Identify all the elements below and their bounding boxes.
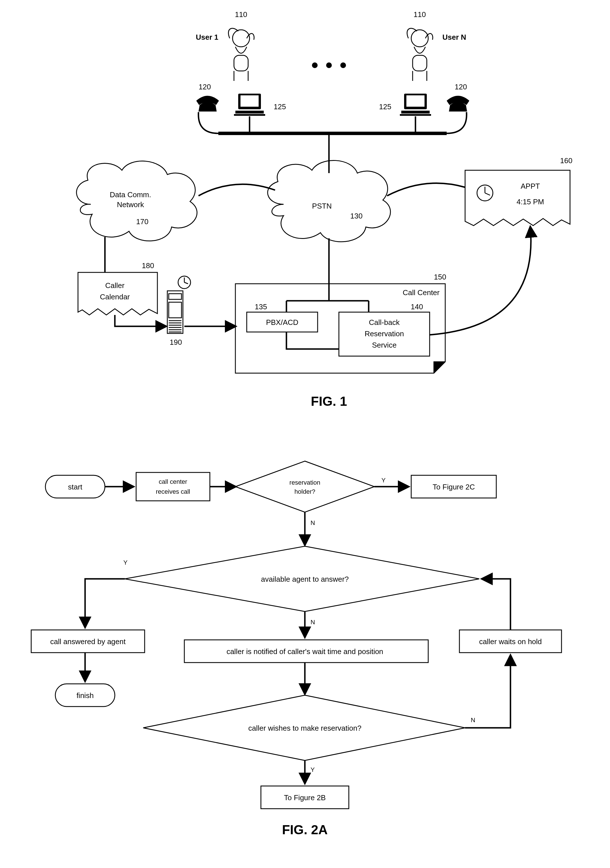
dcn-cloud: Data Comm. Network 170 <box>77 161 197 241</box>
start-label: start <box>68 483 82 491</box>
phone-left-ref: 120 <box>198 82 211 91</box>
svg-point-4 <box>312 62 317 68</box>
patent-figures: 110 User 1 110 User N 120 120 125 <box>0 0 610 868</box>
svg-text:reservation: reservation <box>290 479 320 486</box>
svg-text:receives call: receives call <box>156 488 190 495</box>
appt-label: APPT <box>521 182 540 191</box>
figure-1: 110 User 1 110 User N 120 120 125 <box>77 10 573 409</box>
cbres-ref: 140 <box>411 302 423 311</box>
dcn-label1: Data Comm. <box>110 191 151 199</box>
dec-agent-n: N <box>311 618 315 626</box>
server: 190 <box>167 276 190 346</box>
call-center-label: Call Center <box>403 288 440 297</box>
svg-rect-9 <box>235 111 264 113</box>
calendar-ref: 180 <box>142 261 154 270</box>
step-notified-label: caller is notified of caller's wait time… <box>227 647 383 656</box>
fig1-caption: FIG. 1 <box>311 394 347 409</box>
appt-note: APPT 4:15 PM 160 <box>465 157 572 226</box>
phone-left: 120 <box>196 82 219 112</box>
pbx-label: PBX/ACD <box>266 318 298 327</box>
server-ref: 190 <box>170 338 182 346</box>
cbres-label3: Service <box>372 341 397 349</box>
calendar-label2: Calendar <box>100 293 130 301</box>
dec-wish: caller wishes to make reservation? <box>143 695 465 761</box>
user-n: 110 User N <box>407 10 466 81</box>
dec-wish-label: caller wishes to make reservation? <box>248 724 362 732</box>
phone-right: 120 <box>447 82 469 112</box>
ellipsis-dots <box>312 62 346 68</box>
svg-rect-1 <box>234 55 248 71</box>
svg-rect-27 <box>169 302 181 318</box>
svg-rect-10 <box>234 114 265 116</box>
svg-rect-8 <box>240 95 259 107</box>
cbres-label2: Reservation <box>365 329 404 338</box>
dec-wish-n: N <box>471 716 475 724</box>
svg-rect-40 <box>136 473 210 501</box>
svg-point-5 <box>326 62 332 68</box>
to-fig2c-label: To Figure 2C <box>433 483 475 491</box>
to-fig2b-label: To Figure 2B <box>284 794 325 802</box>
pc-left-ref: 125 <box>274 102 286 111</box>
figure-2a: start call center call center receives c… <box>31 461 562 837</box>
dec-agent-label: available agent to answer? <box>261 575 348 583</box>
pc-right: 125 <box>379 94 431 116</box>
call-center-ref: 150 <box>434 273 446 281</box>
step-hold-label: caller waits on hold <box>479 637 542 646</box>
svg-line-19 <box>485 193 490 195</box>
svg-rect-13 <box>401 111 430 113</box>
svg-text:call center: call center <box>159 478 187 485</box>
dec-reservation: reservation holder? reservation holder? <box>235 461 374 512</box>
dec-agent: available agent to answer? <box>125 546 479 611</box>
dec-reservation-y: Y <box>381 477 386 484</box>
fig2a-caption: FIG. 2A <box>282 822 328 837</box>
svg-marker-44 <box>235 461 374 512</box>
svg-rect-12 <box>406 95 424 107</box>
step-answered-label: call answered by agent <box>50 637 126 646</box>
pbx-ref: 135 <box>255 302 267 311</box>
cbres-label1: Call-back <box>369 318 400 327</box>
pstn-ref: 130 <box>350 212 362 220</box>
dcn-label2: Network <box>117 200 144 209</box>
svg-rect-3 <box>413 55 427 71</box>
step-receive: call center call center receives call re… <box>136 473 210 501</box>
dec-wish-y: Y <box>311 766 315 773</box>
start-terminator: start <box>45 475 105 498</box>
caller-calendar: Caller Calendar 180 <box>78 261 157 315</box>
dec-reservation-n: N <box>311 519 315 526</box>
calendar-label1: Caller <box>105 281 124 290</box>
call-center: Call Center 150 PBX/ACD 135 Call-back Re… <box>235 273 446 373</box>
svg-rect-14 <box>400 114 431 116</box>
user-n-label: User N <box>443 33 466 42</box>
phone-right-ref: 120 <box>455 82 467 91</box>
svg-point-6 <box>340 62 346 68</box>
svg-line-24 <box>184 282 188 284</box>
finish-label: finish <box>77 691 94 700</box>
user-1-label: User 1 <box>196 33 219 42</box>
user-1: 110 User 1 <box>196 10 254 81</box>
appt-time: 4:15 PM <box>517 197 544 206</box>
dec-agent-y: Y <box>123 559 128 566</box>
pc-left: 125 <box>234 94 286 116</box>
svg-text:holder?: holder? <box>294 488 315 495</box>
svg-rect-26 <box>169 294 181 299</box>
appt-ref: 160 <box>560 157 572 165</box>
user-n-ref: 110 <box>413 10 426 19</box>
dcn-ref: 170 <box>136 217 148 226</box>
user-1-ref: 110 <box>235 10 247 19</box>
pstn-label: PSTN <box>312 202 331 210</box>
svg-marker-34 <box>434 362 445 373</box>
pc-right-ref: 125 <box>379 102 391 111</box>
